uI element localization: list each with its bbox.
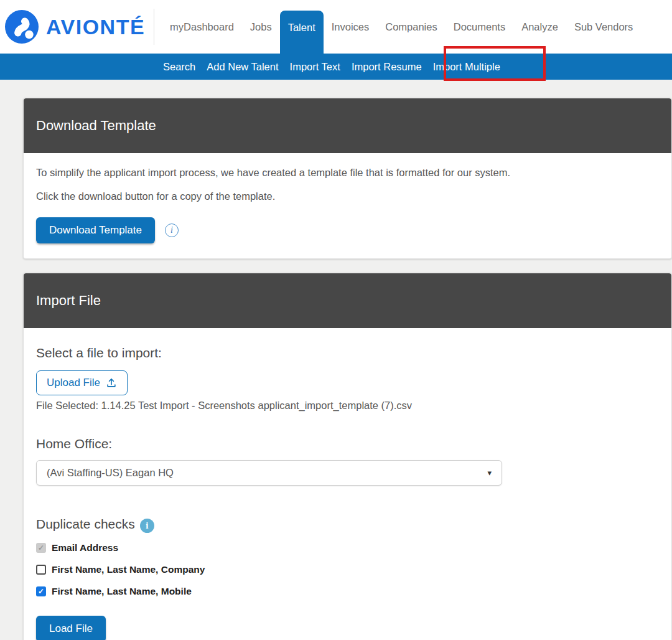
nav-item-sub-vendors[interactable]: Sub Vendors — [566, 0, 642, 54]
email-address-checkbox: ✓ — [36, 543, 46, 553]
checkbox-row-email-address: ✓ Email Address — [36, 542, 659, 553]
download-template-panel-header: Download Template — [24, 98, 671, 153]
download-template-panel: Download Template To simplify the applic… — [23, 98, 672, 259]
info-icon[interactable]: i — [165, 224, 179, 237]
first-last-mobile-checkbox[interactable]: ✓ — [36, 586, 46, 596]
nav-item-analyze[interactable]: Analyze — [513, 0, 566, 54]
import-file-panel-body: Select a file to import: Upload File Fil… — [24, 328, 671, 640]
info-icon[interactable]: i — [140, 519, 154, 533]
header-divider — [154, 9, 154, 45]
subnav-item-import-text[interactable]: Import Text — [284, 61, 346, 73]
subnav-item-add-new-talent[interactable]: Add New Talent — [201, 61, 284, 73]
brand[interactable]: AVIONTÉ — [0, 10, 145, 44]
home-office-heading: Home Office: — [36, 436, 659, 451]
nav-item-mydashboard[interactable]: myDashboard — [162, 0, 242, 54]
checkbox-label: Email Address — [52, 542, 118, 553]
upload-icon — [106, 377, 117, 388]
template-description-line1: To simplify the applicant import process… — [36, 167, 659, 179]
checkbox-label: First Name, Last Name, Company — [52, 564, 205, 575]
file-selected-text: File Selected: 1.14.25 Test Import - Scr… — [36, 400, 659, 412]
home-office-selected-value: (Avi Staffing-US) Eagan HQ — [47, 467, 174, 479]
import-file-panel: Import File Select a file to import: Upl… — [23, 273, 672, 640]
nav-item-companies[interactable]: Companies — [377, 0, 445, 54]
upload-file-button[interactable]: Upload File — [36, 370, 128, 395]
top-header: AVIONTÉ myDashboard Jobs Talent Invoices… — [0, 0, 672, 54]
subnav-item-import-multiple[interactable]: Import Multiple — [427, 61, 506, 73]
duplicate-checks-heading: Duplicate checks i — [36, 517, 659, 532]
chevron-down-icon: ▾ — [487, 468, 492, 478]
brand-name: AVIONTÉ — [46, 15, 145, 39]
import-file-panel-header: Import File — [24, 273, 671, 328]
avionte-logo-icon — [5, 10, 39, 44]
checkbox-row-first-last-mobile: ✓ First Name, Last Name, Mobile — [36, 586, 659, 597]
download-template-button[interactable]: Download Template — [36, 217, 155, 243]
nav-item-talent[interactable]: Talent — [280, 11, 324, 54]
template-description-line2: Click the download button for a copy of … — [36, 191, 659, 202]
subnav-item-search[interactable]: Search — [157, 61, 201, 73]
nav-item-invoices[interactable]: Invoices — [324, 0, 378, 54]
talent-sub-nav: Search Add New Talent Import Text Import… — [0, 54, 672, 80]
select-file-heading: Select a file to import: — [36, 346, 659, 360]
nav-item-documents[interactable]: Documents — [446, 0, 513, 54]
panel-title: Import File — [36, 293, 101, 309]
subnav-item-import-resume[interactable]: Import Resume — [346, 61, 427, 73]
panel-title: Download Template — [36, 118, 156, 134]
home-office-select[interactable]: (Avi Staffing-US) Eagan HQ ▾ — [36, 460, 502, 486]
download-template-panel-body: To simplify the applicant import process… — [24, 153, 671, 258]
top-nav: myDashboard Jobs Talent Invoices Compani… — [162, 0, 641, 54]
checkbox-row-first-last-company: First Name, Last Name, Company — [36, 564, 659, 575]
nav-item-jobs[interactable]: Jobs — [242, 0, 280, 54]
checkbox-label: First Name, Last Name, Mobile — [52, 586, 192, 597]
load-file-button[interactable]: Load File — [36, 616, 106, 640]
first-last-company-checkbox[interactable] — [36, 565, 46, 575]
